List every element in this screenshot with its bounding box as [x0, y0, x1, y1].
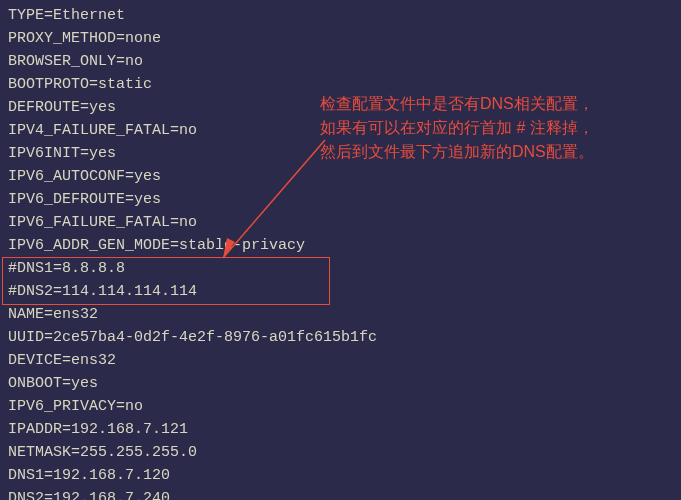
config-line: IPV6INIT=yes [8, 142, 673, 165]
config-line: #DNS2=114.114.114.114 [8, 280, 673, 303]
config-line: ONBOOT=yes [8, 372, 673, 395]
config-line: DNS2=192.168.7.240 [8, 487, 673, 500]
config-line: IPV6_ADDR_GEN_MODE=stable-privacy [8, 234, 673, 257]
config-line: PROXY_METHOD=none [8, 27, 673, 50]
config-line: DEFROUTE=yes [8, 96, 673, 119]
config-line: IPV6_FAILURE_FATAL=no [8, 211, 673, 234]
config-line: BOOTPROTO=static [8, 73, 673, 96]
config-line: NAME=ens32 [8, 303, 673, 326]
config-line: #DNS1=8.8.8.8 [8, 257, 673, 280]
config-line: NETMASK=255.255.255.0 [8, 441, 673, 464]
config-line: IPADDR=192.168.7.121 [8, 418, 673, 441]
config-line: DEVICE=ens32 [8, 349, 673, 372]
config-line: IPV6_DEFROUTE=yes [8, 188, 673, 211]
config-line: UUID=2ce57ba4-0d2f-4e2f-8976-a01fc615b1f… [8, 326, 673, 349]
config-line: IPV6_PRIVACY=no [8, 395, 673, 418]
config-line: BROWSER_ONLY=no [8, 50, 673, 73]
config-line: IPV6_AUTOCONF=yes [8, 165, 673, 188]
config-line: IPV4_FAILURE_FATAL=no [8, 119, 673, 142]
config-file-content: TYPE=Ethernet PROXY_METHOD=none BROWSER_… [8, 4, 673, 500]
config-line: DNS1=192.168.7.120 [8, 464, 673, 487]
config-line: TYPE=Ethernet [8, 4, 673, 27]
